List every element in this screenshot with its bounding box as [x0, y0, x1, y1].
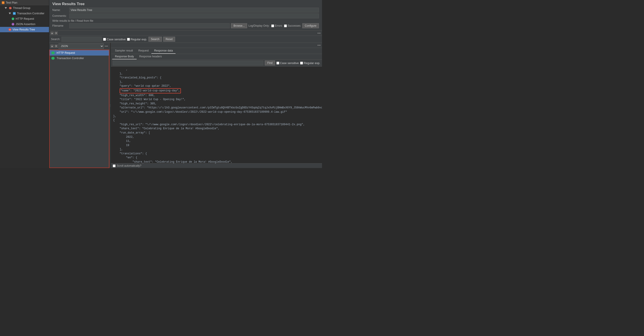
- sidebar-item-view-results-tree[interactable]: VR View Results Tree: [0, 27, 49, 32]
- sub-tab-bar: Response Body Response headers: [111, 54, 322, 60]
- dots-menu-3[interactable]: •••: [317, 44, 321, 47]
- regular-exp-label[interactable]: Regular exp.: [127, 38, 147, 41]
- reset-button[interactable]: Reset: [163, 37, 175, 42]
- result-tab-bar: Sampler result Request Response data: [111, 48, 322, 54]
- configure-button[interactable]: Configure: [302, 23, 319, 28]
- search-button[interactable]: Search: [148, 37, 162, 42]
- panel-header: View Results Tree Name: Comments: Write …: [49, 0, 322, 31]
- sidebar-item-http-request[interactable]: H HTTP Request: [0, 16, 49, 22]
- tree-border: HTTP Request Transaction Controller: [49, 50, 109, 168]
- listener-icon: VR: [8, 28, 12, 31]
- sub-tab-response-body[interactable]: Response Body: [112, 54, 137, 59]
- format-dropdown[interactable]: JSON HTML Text XML: [58, 44, 104, 49]
- find-button[interactable]: Find: [265, 61, 275, 65]
- regular-exp-checkbox[interactable]: [127, 38, 130, 41]
- filename-label: Filename: [52, 24, 68, 27]
- errors-checkbox[interactable]: [271, 25, 274, 27]
- result-pane: ••• Sampler result Request Response data…: [111, 43, 322, 168]
- comments-input[interactable]: [69, 14, 319, 18]
- svg-text:T: T: [3, 2, 4, 4]
- panel-title: View Results Tree: [52, 2, 319, 6]
- sub-tab-response-headers[interactable]: Response headers: [137, 54, 164, 59]
- log-display-row: Log/Display Only: Errors Successes Confi…: [248, 23, 319, 28]
- search-label: Search:: [51, 38, 60, 41]
- threadgroup-icon: TG: [8, 6, 12, 10]
- result-toolbar: •••: [111, 43, 322, 48]
- find-regular-exp-checkbox[interactable]: [300, 62, 303, 65]
- write-results-label: Write results to file / Read from file: [52, 19, 319, 22]
- comments-label: Comments:: [52, 14, 68, 18]
- svg-text:TC: TC: [13, 13, 15, 14]
- find-row: Find Case sensitive Regular exp.: [111, 60, 322, 67]
- log-display-label: Log/Display Only:: [248, 24, 270, 27]
- find-regular-exp-label[interactable]: Regular exp.: [300, 61, 320, 65]
- scroll-auto-checkbox[interactable]: [113, 164, 116, 167]
- search-row: Search: Case sensitive Regular exp. Sear…: [49, 36, 322, 43]
- main-content: View Results Tree Name: Comments: Write …: [49, 0, 322, 168]
- split-pane: ▲ ▼ JSON HTML Text XML ••• HTTP Request: [49, 43, 322, 168]
- json-icon: J: [11, 22, 15, 26]
- sidebar-item-transaction-controller[interactable]: TC Transaction Controller: [0, 11, 49, 16]
- tab-sampler-result[interactable]: Sampler result: [112, 48, 136, 54]
- testplan-icon: T: [1, 1, 5, 5]
- sidebar-item-test-plan[interactable]: T Test Plan: [0, 0, 49, 5]
- svg-text:TG: TG: [9, 8, 12, 9]
- find-input[interactable]: [113, 61, 264, 65]
- shield-icon-1: [52, 51, 54, 54]
- http-icon: H: [11, 17, 15, 21]
- search-input[interactable]: [62, 37, 102, 42]
- errors-checkbox-label[interactable]: Errors: [271, 24, 282, 27]
- svg-text:VR: VR: [9, 29, 11, 31]
- sidebar: T Test Plan TG Thread Group TC Transacti…: [0, 0, 49, 168]
- browse-button[interactable]: Browse...: [231, 23, 247, 28]
- name-label: Name:: [52, 9, 68, 12]
- sidebar-item-thread-group[interactable]: TG Thread Group: [0, 5, 49, 11]
- tree-node-transaction-controller[interactable]: Transaction Controller: [50, 56, 109, 61]
- find-case-sensitive-checkbox[interactable]: [276, 62, 279, 65]
- name-row: Name:: [52, 8, 319, 13]
- filename-row: Filename Browse... Log/Display Only: Err…: [52, 23, 319, 28]
- toolbar-row-1: ▲ ▼ •••: [49, 31, 322, 36]
- dots-menu-2[interactable]: •••: [105, 44, 108, 48]
- name-input[interactable]: [69, 8, 319, 13]
- tree-pane: ▲ ▼ JSON HTML Text XML ••• HTTP Request: [49, 43, 110, 168]
- successes-checkbox-label[interactable]: Successes: [284, 24, 300, 27]
- tab-response-data[interactable]: Response data: [152, 48, 176, 54]
- case-sensitive-checkbox[interactable]: [103, 38, 106, 41]
- svg-text:H: H: [12, 18, 14, 20]
- successes-checkbox[interactable]: [284, 25, 287, 27]
- comments-row: Comments:: [52, 14, 319, 18]
- tree-toolbar: ▲ ▼ JSON HTML Text XML •••: [49, 43, 109, 50]
- sidebar-item-json-assertion[interactable]: J JSON Assertion: [0, 22, 49, 27]
- controller-icon: TC: [12, 12, 16, 15]
- scroll-auto-row: Scroll automatically?: [111, 163, 322, 168]
- svg-text:J: J: [13, 24, 14, 25]
- tree-down-btn[interactable]: ▼: [54, 45, 58, 48]
- app-container: T Test Plan TG Thread Group TC Transacti…: [0, 0, 322, 168]
- filename-input[interactable]: [69, 23, 230, 28]
- down-arrow-btn[interactable]: ▼: [54, 32, 58, 35]
- tree-up-btn[interactable]: ▲: [50, 45, 54, 48]
- shield-icon-2: [52, 57, 54, 60]
- tri-down-icon2: [8, 12, 12, 15]
- dots-menu-1[interactable]: •••: [317, 31, 321, 35]
- case-sensitive-label[interactable]: Case sensitive: [103, 38, 126, 41]
- scroll-auto-label: Scroll automatically?: [117, 164, 141, 167]
- find-case-sensitive-label[interactable]: Case sensitive: [276, 61, 299, 65]
- json-content-area[interactable]: , }, "translated_blog_posts": { }, "quer…: [111, 67, 322, 163]
- tab-request[interactable]: Request: [136, 48, 152, 54]
- up-arrow-btn[interactable]: ▲: [50, 32, 54, 35]
- tri-down-icon: [4, 6, 8, 10]
- tree-node-http-request[interactable]: HTTP Request: [50, 50, 109, 56]
